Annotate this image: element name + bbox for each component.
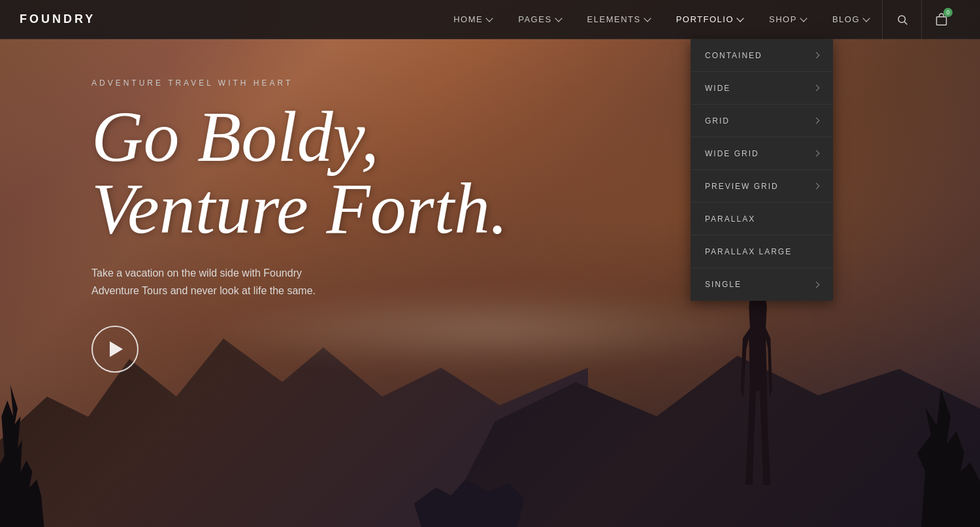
chevron-down-icon	[800, 14, 807, 22]
chevron-right-icon	[813, 281, 820, 288]
nav-item-portfolio[interactable]: PORTFOLIO	[663, 0, 756, 39]
chevron-down-icon	[644, 14, 651, 22]
figure-body	[740, 276, 776, 485]
dropdown-item-grid[interactable]: GRID	[691, 105, 833, 137]
nav-links: HOME PAGES ELEMENTS PORTFOLIO SHOP BLOG	[440, 0, 882, 39]
portfolio-dropdown: CONTAINED WIDE GRID WIDE GRID PREVIEW GR…	[691, 39, 833, 301]
site-logo[interactable]: FOUNDRY	[20, 12, 95, 26]
search-icon	[896, 14, 908, 26]
chevron-right-icon	[813, 52, 820, 59]
hero-content: ADVENTURE TRAVEL WITH HEART Go Boldy, Ve…	[91, 78, 508, 373]
dropdown-item-wide-grid[interactable]: WIDE GRID	[691, 137, 833, 170]
chevron-down-icon	[862, 14, 870, 22]
dropdown-item-single[interactable]: SINGLE	[691, 268, 833, 301]
cart-button[interactable]: 0	[921, 0, 960, 39]
nav-icons: 0	[882, 0, 960, 39]
chevron-down-icon	[486, 14, 493, 22]
hero-section: FOUNDRY HOME PAGES ELEMENTS PORTFOLIO SH…	[0, 0, 980, 527]
hero-description: Take a vacation on the wild side with Fo…	[91, 264, 353, 299]
chevron-right-icon	[813, 85, 820, 92]
hero-title: Go Boldy, Venture Forth.	[91, 101, 508, 245]
search-button[interactable]	[882, 0, 921, 39]
dropdown-item-preview-grid[interactable]: PREVIEW GRID	[691, 170, 833, 203]
play-button[interactable]	[91, 326, 139, 373]
play-icon	[110, 341, 123, 357]
hero-title-line2: Venture Forth.	[91, 173, 508, 245]
nav-item-shop[interactable]: SHOP	[756, 0, 819, 39]
dropdown-item-contained[interactable]: CONTAINED	[691, 39, 833, 72]
dropdown-item-parallax-large[interactable]: PARALLAX LARGE	[691, 235, 833, 268]
chevron-down-icon	[555, 14, 562, 22]
svg-line-1	[904, 22, 907, 24]
nav-item-pages[interactable]: PAGES	[505, 0, 574, 39]
svg-rect-2	[936, 16, 946, 25]
nav-item-home[interactable]: HOME	[440, 0, 505, 39]
chevron-down-icon	[736, 14, 743, 22]
chevron-right-icon	[813, 150, 820, 157]
svg-point-0	[898, 16, 906, 23]
navbar: FOUNDRY HOME PAGES ELEMENTS PORTFOLIO SH…	[0, 0, 980, 39]
hero-subtitle: ADVENTURE TRAVEL WITH HEART	[91, 78, 508, 88]
dropdown-item-parallax[interactable]: PARALLAX	[691, 203, 833, 235]
dropdown-item-wide[interactable]: WIDE	[691, 72, 833, 105]
chevron-right-icon	[813, 118, 820, 124]
chevron-right-icon	[813, 183, 820, 190]
hero-title-line1: Go Boldy,	[91, 101, 508, 173]
cart-badge: 0	[943, 8, 953, 17]
nav-item-blog[interactable]: BLOG	[819, 0, 882, 39]
nav-item-elements[interactable]: ELEMENTS	[574, 0, 663, 39]
